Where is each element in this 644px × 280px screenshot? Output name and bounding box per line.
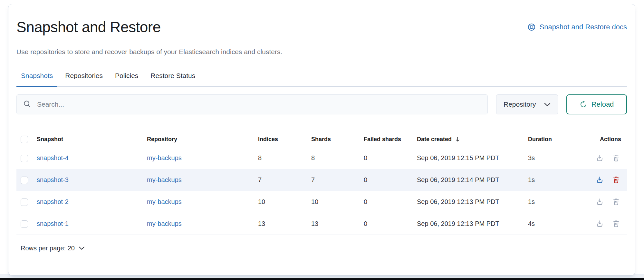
shards-value: 8 [311, 154, 364, 162]
shards-value: 10 [311, 198, 364, 206]
page-title: Snapshot and Restore [16, 18, 528, 36]
date-created-value: Sep 06, 2019 12:14 PM PDT [417, 176, 528, 184]
table-row: snapshot-1 my-backups 13 13 0 Sep 06, 20… [16, 213, 627, 235]
help-lifebuoy-icon [528, 23, 535, 31]
table-row: snapshot-2 my-backups 10 10 0 Sep 06, 20… [16, 191, 627, 213]
duration-value: 3s [528, 154, 592, 162]
column-header-duration[interactable]: Duration [528, 136, 592, 143]
trash-icon[interactable] [612, 198, 620, 206]
date-created-label: Date created [417, 136, 452, 143]
chevron-down-icon [79, 246, 85, 250]
column-header-actions: Actions [592, 136, 627, 143]
trash-icon[interactable] [612, 176, 620, 184]
repository-filter-button[interactable]: Repository [496, 94, 558, 114]
repository-filter-label: Repository [504, 101, 536, 108]
refresh-icon [580, 101, 587, 108]
snapshot-link[interactable]: snapshot-4 [37, 154, 69, 161]
tab-bar: Snapshots Repositories Policies Restore … [16, 72, 627, 87]
indices-value: 7 [258, 176, 311, 184]
row-checkbox[interactable] [21, 177, 28, 184]
search-icon [23, 100, 31, 109]
indices-value: 8 [258, 154, 311, 162]
indices-value: 13 [258, 220, 311, 227]
duration-value: 1s [528, 176, 592, 184]
select-all-checkbox[interactable] [21, 136, 28, 143]
indices-value: 10 [258, 198, 311, 206]
column-header-shards[interactable]: Shards [311, 136, 364, 143]
snapshot-link[interactable]: snapshot-3 [37, 176, 69, 183]
column-header-date-created[interactable]: Date created [417, 136, 528, 143]
page-header: Snapshot and Restore Snapshot and Restor… [16, 18, 627, 36]
tab-snapshots[interactable]: Snapshots [16, 72, 57, 86]
row-checkbox[interactable] [21, 198, 28, 206]
snapshot-link[interactable]: snapshot-2 [37, 198, 69, 205]
docs-link-label: Snapshot and Restore docs [539, 23, 627, 31]
rows-per-page-button[interactable]: Rows per page: 20 [16, 245, 85, 252]
failed-shards-value: 0 [364, 176, 417, 184]
snapshot-restore-panel: Snapshot and Restore Snapshot and Restor… [8, 4, 635, 275]
toolbar: Repository Reload [16, 94, 627, 114]
page-subtitle: Use repositories to store and recover ba… [16, 48, 627, 56]
snapshot-link[interactable]: snapshot-1 [37, 220, 69, 227]
table-row: snapshot-3 my-backups 7 7 0 Sep 06, 2019… [16, 169, 627, 191]
table-header-row: Snapshot Repository Indices Shards Faile… [16, 132, 627, 147]
tab-policies[interactable]: Policies [111, 72, 143, 86]
duration-value: 4s [528, 220, 592, 227]
date-created-value: Sep 06, 2019 12:13 PM PDT [417, 220, 528, 227]
table-row: snapshot-4 my-backups 8 8 0 Sep 06, 2019… [16, 147, 627, 169]
reload-button[interactable]: Reload [566, 94, 627, 114]
repository-link[interactable]: my-backups [147, 154, 182, 161]
tab-repositories[interactable]: Repositories [61, 72, 107, 86]
duration-value: 1s [528, 198, 592, 206]
docs-link[interactable]: Snapshot and Restore docs [528, 23, 627, 31]
shards-value: 7 [311, 176, 364, 184]
trash-icon[interactable] [612, 220, 620, 227]
sort-arrow-down-icon [455, 136, 460, 142]
row-checkbox[interactable] [21, 220, 28, 228]
failed-shards-value: 0 [364, 198, 417, 206]
repository-link[interactable]: my-backups [147, 220, 182, 227]
failed-shards-value: 0 [364, 220, 417, 227]
restore-snapshot-icon[interactable] [596, 154, 603, 162]
column-header-failed-shards[interactable]: Failed shards [364, 136, 417, 143]
restore-snapshot-icon[interactable] [596, 220, 603, 227]
chevron-down-icon [544, 101, 551, 108]
repository-link[interactable]: my-backups [147, 176, 182, 183]
restore-snapshot-icon[interactable] [596, 176, 603, 184]
row-checkbox[interactable] [21, 155, 28, 162]
rows-per-page-label: Rows per page: 20 [21, 245, 75, 252]
search-box [16, 94, 488, 114]
tab-restore-status[interactable]: Restore Status [146, 72, 200, 86]
search-input[interactable] [37, 101, 481, 108]
date-created-value: Sep 06, 2019 12:13 PM PDT [417, 198, 528, 206]
snapshots-table: Snapshot Repository Indices Shards Faile… [16, 132, 627, 235]
failed-shards-value: 0 [364, 154, 417, 162]
screenshot-bottom-bar [0, 278, 644, 280]
restore-snapshot-icon[interactable] [596, 198, 603, 206]
column-header-repository[interactable]: Repository [147, 136, 258, 143]
column-header-snapshot[interactable]: Snapshot [37, 136, 147, 143]
repository-link[interactable]: my-backups [147, 198, 182, 205]
date-created-value: Sep 06, 2019 12:15 PM PDT [417, 154, 528, 162]
reload-button-label: Reload [591, 100, 614, 109]
shards-value: 13 [311, 220, 364, 227]
trash-icon[interactable] [612, 154, 620, 162]
column-header-indices[interactable]: Indices [258, 136, 311, 143]
